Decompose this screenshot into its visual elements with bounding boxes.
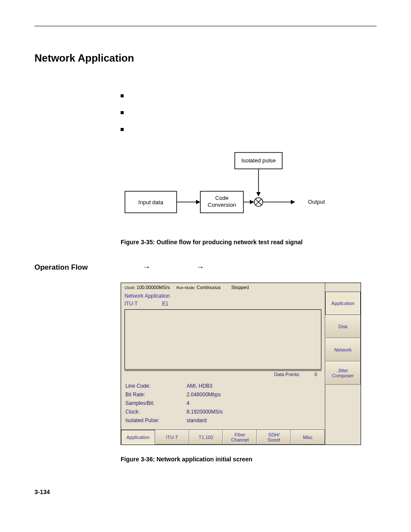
flow-arrows: → → xyxy=(121,263,226,272)
isolated-pulse-label: Isolated pulse xyxy=(241,157,276,164)
bottom-tab-bar: Application ITU-T T1.102 Fiber Channel S… xyxy=(121,429,325,445)
bullet-icon xyxy=(121,111,124,114)
param-row: Line Code:AMI, HDB3 xyxy=(125,382,321,390)
param-label: Samples/Bit: xyxy=(125,399,186,407)
bullet-icon xyxy=(121,128,124,131)
param-row: Samples/Bit:4 xyxy=(125,399,321,407)
flow-diagram: Isolated pulse Input data Code Conversio… xyxy=(121,148,377,226)
svg-marker-5 xyxy=(196,200,200,204)
side-btn-jitter-composer[interactable]: Jitter Composer xyxy=(325,361,361,385)
network-app-screenshot: Clock: 100.00000MS/s Run Mode: Continuou… xyxy=(121,283,361,445)
side-btn-network[interactable]: Network xyxy=(325,338,361,361)
data-points-label: Data Points: xyxy=(274,372,300,377)
output-label: Output xyxy=(308,199,325,205)
runmode-label: Run Mode: xyxy=(176,286,195,290)
svg-marker-2 xyxy=(256,192,261,196)
section-heading: Network Application xyxy=(34,52,377,64)
tab-sdh-sonet[interactable]: SDH/ Sonet xyxy=(257,430,291,445)
code-conversion-label-1: Code xyxy=(215,195,228,201)
tab-fiber-channel[interactable]: Fiber Channel xyxy=(223,430,257,445)
code-conversion-label-2: Conversion xyxy=(208,202,236,208)
svg-marker-8 xyxy=(250,200,254,204)
operation-flow-heading: Operation Flow xyxy=(34,263,121,272)
data-points-value: 0 xyxy=(314,372,317,377)
tab-t1-102[interactable]: T1.102 xyxy=(189,430,223,445)
arrow-icon: → xyxy=(121,263,172,272)
arrow-icon: → xyxy=(174,263,226,272)
page-number: 3-134 xyxy=(34,488,377,495)
param-value: 2.048000Mbps xyxy=(187,391,321,398)
side-btn-application[interactable]: Application xyxy=(325,292,361,315)
run-status: Stopped xyxy=(231,285,249,290)
runmode-value: Continuous xyxy=(197,285,221,290)
svg-marker-13 xyxy=(291,200,295,204)
tab-application[interactable]: Application xyxy=(121,430,155,445)
param-label: Bit Rate: xyxy=(125,391,186,398)
param-label: Line Code: xyxy=(125,382,186,390)
clock-value: 100.00000MS/s xyxy=(137,285,170,290)
param-value: standard xyxy=(187,417,321,424)
waveform-area xyxy=(125,309,321,370)
param-label: Clock: xyxy=(125,408,186,416)
bullet-list xyxy=(121,94,377,131)
clock-label: Clock: xyxy=(125,286,135,290)
status-bar: Clock: 100.00000MS/s Run Mode: Continuou… xyxy=(121,283,325,292)
substandard-value: E1 xyxy=(162,301,168,307)
side-button-bar: Application Disk Network Jitter Composer xyxy=(325,283,361,445)
param-row: Isolated Pulse:standard xyxy=(125,417,321,424)
input-data-label: Input data xyxy=(138,199,164,205)
app-title: Network Application xyxy=(125,293,170,299)
figure-36-caption: Figure 3-36: Network application initial… xyxy=(121,456,377,463)
param-row: Clock:8.1920000MS/s xyxy=(125,408,321,416)
param-row: Bit Rate:2.048000Mbps xyxy=(125,391,321,398)
parameter-list: Line Code:AMI, HDB3 Bit Rate:2.048000Mbp… xyxy=(121,378,325,429)
tab-misc[interactable]: Misc xyxy=(291,430,325,445)
standard-value: ITU-T xyxy=(125,301,137,307)
param-label: Isolated Pulse: xyxy=(125,417,186,424)
side-btn-disk[interactable]: Disk xyxy=(325,315,361,338)
tab-itu-t[interactable]: ITU-T xyxy=(155,430,189,445)
param-value: AMI, HDB3 xyxy=(187,382,321,390)
param-value: 8.1920000MS/s xyxy=(187,408,321,416)
param-value: 4 xyxy=(187,399,321,407)
bullet-icon xyxy=(121,94,124,97)
figure-35-caption: Figure 3-35: Outline flow for producing … xyxy=(121,239,377,246)
